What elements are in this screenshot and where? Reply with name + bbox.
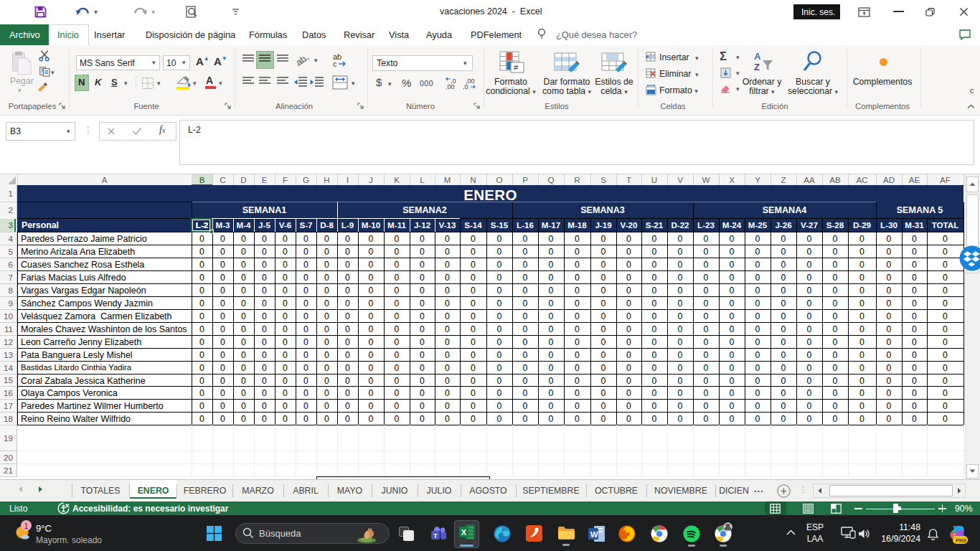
svg-text:≠: ≠ (514, 62, 519, 72)
svg-text:W: W (590, 530, 598, 539)
svg-text:X: X (461, 528, 467, 537)
svg-text:Z: Z (754, 62, 760, 72)
svg-text:,0: ,0 (463, 83, 468, 90)
svg-text:,00: ,00 (446, 83, 455, 90)
svg-text:c: c (333, 60, 337, 68)
svg-text:A: A (754, 51, 761, 62)
svg-text:T: T (433, 532, 438, 540)
